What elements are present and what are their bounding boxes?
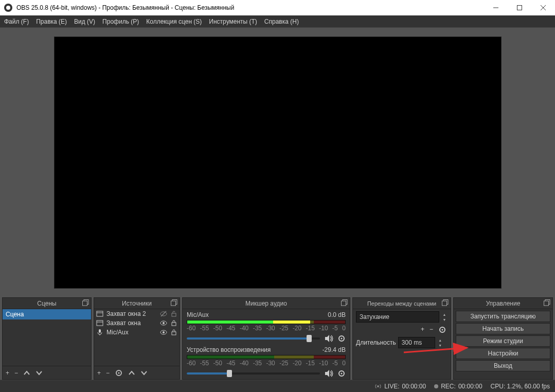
visibility-toggle[interactable] (160, 310, 167, 317)
channel-name: Mic/Aux (187, 311, 209, 318)
status-rec: REC: 00:00:00 (434, 383, 482, 390)
svg-rect-37 (544, 301, 549, 306)
menu-edit[interactable]: Правка (E) (36, 18, 67, 25)
transition-selected: Затухание (360, 313, 389, 320)
maximize-button[interactable] (508, 0, 531, 15)
source-label: Mic/Aux (106, 329, 129, 336)
remove-scene-button[interactable]: − (14, 369, 18, 377)
remove-source-button[interactable]: − (106, 369, 110, 377)
controls-header: Управление (454, 298, 552, 309)
transitions-header: Переходы между сценами (353, 298, 451, 309)
remove-transition-button[interactable]: − (429, 326, 433, 334)
broadcast-icon (374, 383, 382, 390)
menu-profile[interactable]: Профиль (P) (102, 18, 139, 25)
level-meter (187, 355, 346, 359)
channel-settings-button[interactable] (337, 334, 346, 343)
mic-icon (96, 329, 103, 336)
level-meter (187, 320, 346, 324)
mixer-body: Mic/Aux0.0 dB-60-55-50-45-40-35-30-25-20… (183, 309, 350, 379)
menu-tools[interactable]: Инструменты (T) (209, 18, 257, 25)
start-stream-button[interactable]: Запустить трансляцию (456, 311, 550, 322)
lock-toggle[interactable] (170, 329, 177, 336)
scenes-toolbar: + − (3, 366, 91, 379)
add-transition-button[interactable]: + (421, 326, 424, 334)
mixer-channel: Mic/Aux0.0 dB-60-55-50-45-40-35-30-25-20… (183, 309, 350, 344)
source-item[interactable]: Захват окна (94, 318, 180, 328)
lock-toggle[interactable] (170, 319, 177, 327)
svg-rect-33 (442, 301, 447, 306)
sources-toolbar: + − (94, 366, 180, 379)
meter-ticks: -60-55-50-45-40-35-30-25-20-15-10-50 (187, 325, 346, 332)
menu-help[interactable]: Справка (H) (264, 18, 299, 25)
svg-rect-12 (172, 313, 176, 316)
close-button[interactable] (531, 0, 555, 15)
dock-row: Сцены Сцена + − Источники Захват ок (0, 297, 555, 380)
move-source-up-button[interactable] (128, 369, 135, 377)
move-source-down-button[interactable] (140, 369, 148, 377)
lock-toggle[interactable] (170, 310, 177, 317)
svg-point-31 (341, 373, 343, 375)
volume-slider[interactable] (187, 372, 320, 375)
rec-time: 00:00:00 (458, 383, 482, 390)
transitions-body: Затухание ▲▼ + − Длительность 300 ms ▲▼ (353, 309, 451, 379)
transition-spin[interactable]: ▲▼ (441, 312, 447, 322)
sources-title: Источники (122, 300, 152, 307)
minimize-button[interactable] (484, 0, 508, 15)
menu-view[interactable]: Вид (V) (74, 18, 95, 25)
controls-dock: Управление Запустить трансляцию Начать з… (453, 297, 553, 380)
popout-icon[interactable] (82, 299, 89, 306)
source-item[interactable]: Захват окна 2 (94, 309, 180, 318)
volume-slider[interactable] (187, 337, 320, 340)
add-scene-button[interactable]: + (6, 369, 9, 377)
source-label: Захват окна (106, 319, 141, 327)
controls-body: Запустить трансляцию Начать запись Режим… (454, 309, 552, 379)
preview-canvas[interactable] (54, 37, 502, 289)
start-record-button[interactable]: Начать запись (456, 323, 550, 334)
duration-value: 300 ms (402, 339, 422, 346)
status-live: LIVE: 00:00:00 (374, 383, 426, 390)
scene-item[interactable]: Сцена (3, 309, 91, 319)
preview-area (0, 28, 555, 297)
move-scene-down-button[interactable] (35, 369, 43, 377)
meter-ticks: -60-55-50-45-40-35-30-25-20-15-10-50 (187, 360, 346, 367)
move-scene-up-button[interactable] (23, 369, 30, 377)
visibility-toggle[interactable] (160, 329, 167, 336)
transition-settings-button[interactable] (438, 326, 446, 334)
duration-spin[interactable]: ▲▼ (437, 338, 443, 348)
source-properties-button[interactable] (115, 369, 123, 377)
menu-file[interactable]: Файл (F) (4, 18, 29, 25)
svg-rect-1 (517, 6, 522, 10)
svg-rect-7 (171, 301, 176, 306)
popout-icon[interactable] (341, 299, 348, 306)
sources-dock: Источники Захват окна 2Захват окнаMic/Au… (94, 297, 180, 380)
popout-icon[interactable] (442, 299, 449, 306)
studio-mode-button[interactable]: Режим студии (456, 335, 550, 347)
sources-header: Источники (94, 298, 180, 309)
mixer-title: Микшер аудио (245, 300, 287, 307)
source-label: Захват окна 2 (106, 310, 146, 317)
duration-input[interactable]: 300 ms (398, 337, 435, 348)
settings-button[interactable]: Настройки (456, 348, 550, 359)
sources-list[interactable]: Захват окна 2Захват окнаMic/Aux (94, 309, 180, 366)
svg-rect-18 (99, 329, 101, 333)
speaker-icon[interactable] (324, 334, 333, 343)
popout-icon[interactable] (544, 299, 550, 306)
popout-icon[interactable] (171, 299, 177, 306)
live-time: 00:00:00 (402, 383, 426, 390)
menu-scene-collection[interactable]: Коллекция сцен (S) (146, 18, 202, 25)
mixer-channel: Устройство воспроизведения-29.4 dB-60-55… (183, 344, 350, 379)
speaker-icon[interactable] (324, 369, 333, 378)
exit-button[interactable]: Выход (456, 360, 550, 371)
transition-select[interactable]: Затухание (356, 311, 439, 323)
channel-settings-button[interactable] (337, 369, 346, 378)
visibility-toggle[interactable] (160, 319, 167, 327)
window-title: OBS 25.0.8 (64-bit, windows) - Профиль: … (16, 4, 234, 11)
add-source-button[interactable]: + (97, 369, 101, 377)
window-icon (96, 319, 103, 327)
svg-point-35 (442, 329, 443, 331)
svg-marker-26 (325, 335, 329, 342)
source-item[interactable]: Mic/Aux (94, 328, 180, 337)
menubar: Файл (F) Правка (E) Вид (V) Профиль (P) … (0, 15, 555, 28)
scenes-list[interactable]: Сцена (3, 309, 91, 366)
scenes-dock: Сцены Сцена + − (2, 297, 92, 380)
